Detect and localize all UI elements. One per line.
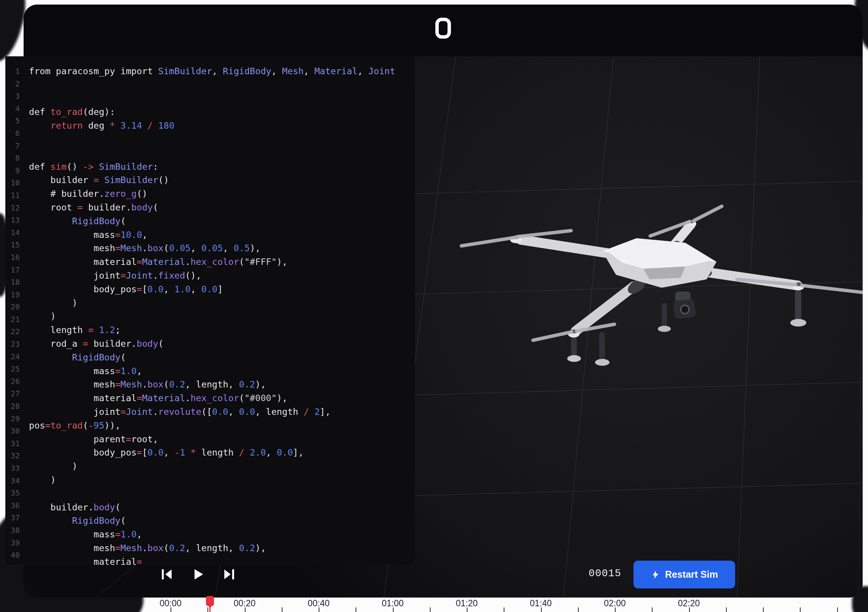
play-icon (191, 567, 205, 581)
code-line: def to_rad(deg): (29, 105, 415, 119)
code-line: mass=10.0, (29, 228, 415, 242)
code-line: mass=1.0, (29, 365, 415, 378)
timeline-tick (578, 607, 579, 612)
timeline-label: 00:40 (308, 598, 330, 609)
code-line: body_pos=[0.0, 1.0, 0.0] (29, 283, 415, 296)
frame-counter: 00015 (572, 568, 621, 579)
line-number: 4 (5, 102, 20, 115)
skip-back-button[interactable] (160, 567, 174, 581)
timeline-tick (467, 607, 468, 612)
line-number: 25 (5, 363, 20, 375)
code-line: ) (29, 296, 415, 310)
line-number: 6 (5, 127, 20, 140)
code-line: RigidBody( (29, 351, 415, 365)
line-number: 2 (5, 78, 20, 90)
timeline-tick (541, 607, 542, 612)
timeline-label: 02:00 (604, 598, 626, 609)
line-number: 29 (5, 413, 20, 425)
code-line: RigidBody( (29, 215, 415, 228)
timeline-tick (652, 607, 653, 612)
code-line: mass=1.0, (29, 528, 415, 542)
code-line: length = 1.2; (29, 324, 415, 337)
line-number: 27 (5, 387, 20, 400)
timeline-label: 01:40 (530, 598, 552, 609)
line-number: 39 (5, 537, 20, 549)
line-number: 11 (5, 189, 20, 202)
code-line: joint=Joint.fixed(), (29, 269, 415, 283)
code-line: mesh=Mesh.box(0.2, length, 0.2), (29, 542, 415, 555)
code-line: root = builder.body( (29, 201, 415, 215)
line-number: 14 (5, 226, 20, 239)
skip-back-icon (160, 567, 174, 581)
line-number: 12 (5, 202, 20, 214)
line-number: 13 (5, 214, 20, 226)
timeline-label: 02:20 (678, 598, 700, 609)
timeline-tick (356, 607, 356, 612)
line-number: 28 (5, 400, 20, 413)
restart-sim-button[interactable]: Restart Sim (633, 561, 735, 588)
timeline-tick (430, 607, 431, 612)
line-number: 20 (5, 301, 20, 313)
code-line: pos=to_rad(-95)), (29, 419, 415, 433)
timeline-tick (319, 607, 319, 612)
code-line: RigidBody( (29, 514, 415, 528)
code-line: ) (29, 310, 415, 324)
timeline-label: 00:20 (234, 598, 256, 609)
timeline-playhead[interactable] (206, 596, 214, 606)
line-number: 19 (5, 288, 20, 301)
line-number: 26 (5, 375, 20, 388)
timeline-tick (615, 607, 616, 612)
line-number: 32 (5, 449, 20, 462)
code-line: from paracosm_py import SimBuilder, Rigi… (29, 65, 415, 78)
timeline-tick (689, 607, 690, 612)
playback-controls (160, 567, 236, 581)
restart-sim-label: Restart Sim (665, 569, 718, 580)
line-number: 16 (5, 251, 20, 264)
timeline[interactable]: 00:0000:2000:4001:0001:2001:4002:0002:20 (0, 594, 868, 612)
code-line: builder.body( (29, 501, 415, 515)
lightning-icon (651, 570, 661, 580)
line-number: 8 (5, 152, 20, 164)
timeline-tick (393, 607, 394, 612)
code-line: body_pos=[0.0, -1 * length / 2.0, 0.0], (29, 446, 415, 460)
playhead-handle-icon[interactable] (206, 596, 214, 606)
timeline-tick (800, 607, 801, 612)
code-editor[interactable]: 1234567891011121314151617181920212223242… (5, 56, 415, 565)
app-logo-icon (434, 18, 452, 39)
code-line: mesh=Mesh.box(0.2, length, 0.2), (29, 378, 415, 392)
timeline-tick (726, 607, 727, 612)
code-line: ) (29, 473, 415, 487)
line-number: 40 (5, 549, 20, 561)
code-line (29, 487, 415, 501)
line-number: 10 (5, 177, 20, 189)
line-number: 18 (5, 276, 20, 288)
skip-forward-icon (222, 567, 236, 581)
code-line: return deg * 3.14 / 180 (29, 119, 415, 133)
line-number: 5 (5, 115, 20, 127)
code-line (29, 92, 415, 106)
play-button[interactable] (191, 567, 205, 581)
line-number: 36 (5, 499, 20, 512)
timeline-tick (504, 607, 504, 612)
line-number: 15 (5, 239, 20, 251)
code-line (29, 133, 415, 147)
code-line: joint=Joint.revolute([0.0, 0.0, length /… (29, 405, 415, 419)
timeline-tick (282, 607, 282, 612)
line-number: 34 (5, 475, 20, 487)
code-line: material=Material.hex_color("#000"), (29, 392, 415, 405)
code-line: rod_a = builder.body( (29, 337, 415, 351)
skip-forward-button[interactable] (222, 567, 236, 581)
timeline-label: 01:20 (456, 598, 478, 609)
top-bar (24, 5, 863, 56)
timeline-tick (245, 607, 246, 612)
timeline-tick (171, 607, 171, 612)
code-line: builder = SimBuilder() (29, 174, 415, 187)
line-number: 23 (5, 338, 20, 351)
line-number: 7 (5, 140, 20, 152)
timeline-tick (837, 607, 838, 612)
line-number: 21 (5, 313, 20, 326)
line-number: 1 (5, 65, 20, 78)
line-number: 33 (5, 462, 20, 475)
code-line: material=Material.hex_color("#FFF"), (29, 255, 415, 269)
timeline-tick (763, 607, 764, 612)
